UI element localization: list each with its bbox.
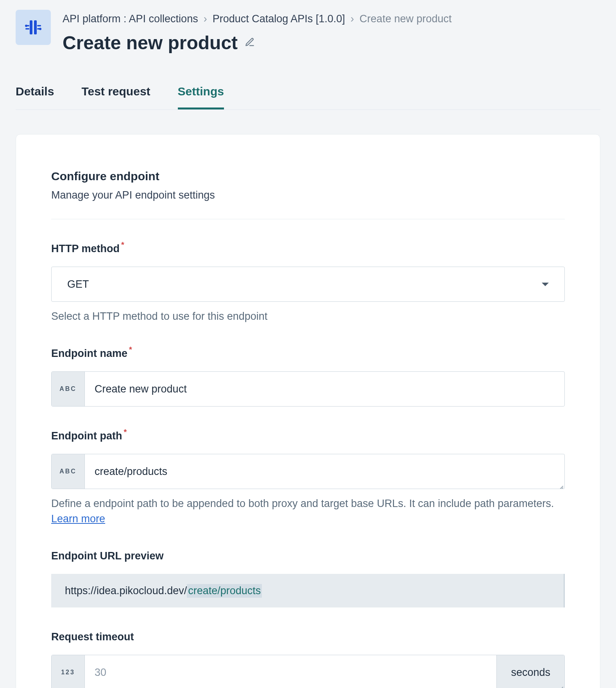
text-type-icon: ABC [52,454,85,489]
endpoint-name-group: ABC [51,371,565,407]
api-icon [16,10,51,45]
divider [51,219,565,219]
breadcrumb-root[interactable]: API platform : API collections [63,13,198,25]
caret-down-icon [542,283,549,286]
chevron-right-icon: › [204,13,207,25]
edit-title-icon[interactable] [245,37,255,49]
page-title: Create new product [63,32,238,54]
page-header: API platform : API collections › Product… [16,10,600,54]
tab-test-request[interactable]: Test request [81,85,150,109]
endpoint-name-input[interactable] [85,372,564,406]
tab-settings[interactable]: Settings [178,85,224,109]
field-endpoint-name: Endpoint name ABC [51,348,565,407]
learn-more-link[interactable]: Learn more [51,513,105,525]
field-request-timeout: Request timeout 123 seconds The default … [51,631,565,688]
breadcrumb: API platform : API collections › Product… [63,13,452,25]
breadcrumb-current: Create new product [360,13,452,25]
http-method-help: Select a HTTP method to use for this end… [51,309,565,324]
endpoint-path-label: Endpoint path [51,430,127,442]
svg-rect-1 [34,20,37,34]
url-preview-highlight: create/products [187,584,262,598]
endpoint-path-help-text: Define a endpoint path to be appended to… [51,498,554,509]
svg-point-7 [39,28,41,30]
request-timeout-unit: seconds [496,655,564,688]
url-preview-box: https://idea.pikocloud.dev/create/produc… [51,574,565,607]
url-preview-base: https://idea.pikocloud.dev/ [65,585,187,597]
number-type-icon: 123 [52,655,85,688]
field-url-preview: Endpoint URL preview https://idea.pikocl… [51,550,565,607]
section-subtitle: Manage your API endpoint settings [51,189,565,201]
field-http-method: HTTP method GET Select a HTTP method to … [51,243,565,324]
text-type-icon: ABC [52,372,85,406]
endpoint-path-input[interactable] [85,454,564,489]
field-endpoint-path: Endpoint path ABC Define a endpoint path… [51,430,565,527]
url-preview-label: Endpoint URL preview [51,550,164,562]
tabs: Details Test request Settings [16,85,600,110]
endpoint-name-label: Endpoint name [51,348,132,360]
svg-rect-4 [37,25,41,27]
request-timeout-input[interactable] [85,655,496,688]
http-method-select[interactable]: GET [51,267,565,302]
svg-rect-0 [30,20,32,34]
http-method-value: GET [67,278,89,290]
chevron-right-icon: › [351,13,354,25]
settings-card: Configure endpoint Manage your API endpo… [16,134,600,688]
request-timeout-label: Request timeout [51,631,134,643]
svg-rect-3 [25,28,29,30]
section-title: Configure endpoint [51,170,565,183]
endpoint-path-group: ABC [51,454,565,489]
breadcrumb-collection[interactable]: Product Catalog APIs [1.0.0] [213,13,345,25]
endpoint-path-help: Define a endpoint path to be appended to… [51,496,565,527]
http-method-label: HTTP method [51,243,124,255]
svg-point-6 [25,25,27,27]
request-timeout-group: 123 seconds [51,655,565,688]
tab-details[interactable]: Details [16,85,54,109]
